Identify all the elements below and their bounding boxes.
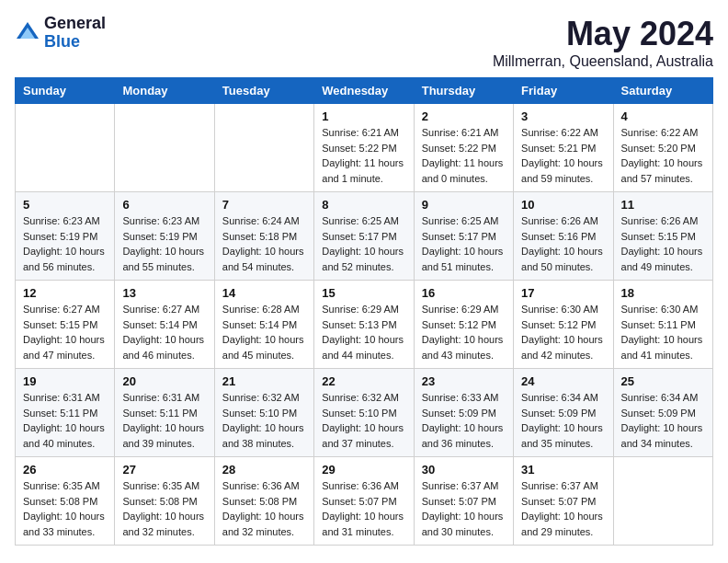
calendar-cell: 28Sunrise: 6:36 AMSunset: 5:08 PMDayligh… [214,457,313,546]
day-number: 9 [422,198,506,212]
calendar-cell: 5Sunrise: 6:23 AMSunset: 5:19 PMDaylight… [16,192,115,281]
day-number: 5 [23,198,107,212]
calendar-header-row: SundayMondayTuesdayWednesdayThursdayFrid… [16,78,713,104]
day-info: Sunrise: 6:23 AMSunset: 5:19 PMDaylight:… [23,213,107,274]
day-number: 30 [422,463,506,477]
day-info: Sunrise: 6:30 AMSunset: 5:12 PMDaylight:… [521,302,605,362]
day-number: 2 [422,109,506,123]
day-info: Sunrise: 6:25 AMSunset: 5:17 PMDaylight:… [322,213,405,274]
calendar-cell: 13Sunrise: 6:27 AMSunset: 5:14 PMDayligh… [115,281,214,369]
day-info: Sunrise: 6:36 AMSunset: 5:07 PMDaylight:… [322,478,405,539]
day-info: Sunrise: 6:37 AMSunset: 5:07 PMDaylight:… [521,478,605,539]
logo-icon [15,20,40,46]
calendar-cell: 23Sunrise: 6:33 AMSunset: 5:09 PMDayligh… [414,369,513,457]
calendar-cell: 1Sunrise: 6:21 AMSunset: 5:22 PMDaylight… [314,104,414,192]
day-info: Sunrise: 6:27 AMSunset: 5:14 PMDaylight:… [122,302,206,362]
calendar-cell [613,457,712,546]
calendar-cell: 4Sunrise: 6:22 AMSunset: 5:20 PMDaylight… [613,104,712,192]
day-info: Sunrise: 6:32 AMSunset: 5:10 PMDaylight:… [322,390,405,451]
day-number: 16 [422,286,506,300]
calendar-cell: 20Sunrise: 6:31 AMSunset: 5:11 PMDayligh… [115,369,214,457]
day-number: 12 [23,286,107,300]
calendar-cell: 21Sunrise: 6:32 AMSunset: 5:10 PMDayligh… [214,369,313,457]
day-number: 17 [521,286,605,300]
calendar-cell: 31Sunrise: 6:37 AMSunset: 5:07 PMDayligh… [514,457,613,546]
day-info: Sunrise: 6:28 AMSunset: 5:14 PMDaylight:… [222,302,306,362]
logo-text: General Blue [44,15,106,52]
header-day-sunday: Sunday [16,78,115,104]
calendar-table: SundayMondayTuesdayWednesdayThursdayFrid… [15,77,713,546]
day-info: Sunrise: 6:21 AMSunset: 5:22 PMDaylight:… [422,125,506,186]
day-info: Sunrise: 6:37 AMSunset: 5:07 PMDaylight:… [422,478,506,539]
month-title: May 2024 [493,15,713,53]
day-number: 29 [322,463,405,477]
day-number: 27 [122,463,206,477]
day-info: Sunrise: 6:29 AMSunset: 5:13 PMDaylight:… [322,302,405,362]
header-day-saturday: Saturday [613,78,712,104]
day-number: 1 [322,109,405,123]
logo-blue-text: Blue [44,33,106,52]
calendar-cell: 26Sunrise: 6:35 AMSunset: 5:08 PMDayligh… [16,457,115,546]
day-info: Sunrise: 6:30 AMSunset: 5:11 PMDaylight:… [621,302,705,362]
day-info: Sunrise: 6:31 AMSunset: 5:11 PMDaylight:… [122,390,206,451]
day-info: Sunrise: 6:35 AMSunset: 5:08 PMDaylight:… [122,478,206,539]
calendar-cell: 8Sunrise: 6:25 AMSunset: 5:17 PMDaylight… [314,192,414,281]
day-number: 20 [122,374,206,388]
logo: General Blue [15,15,106,52]
location-title: Millmerran, Queensland, Australia [493,53,713,70]
calendar-cell: 7Sunrise: 6:24 AMSunset: 5:18 PMDaylight… [214,192,313,281]
day-info: Sunrise: 6:25 AMSunset: 5:17 PMDaylight:… [422,213,506,274]
calendar-cell: 19Sunrise: 6:31 AMSunset: 5:11 PMDayligh… [16,369,115,457]
day-number: 10 [521,198,605,212]
calendar-cell: 25Sunrise: 6:34 AMSunset: 5:09 PMDayligh… [613,369,712,457]
day-number: 22 [322,374,405,388]
day-info: Sunrise: 6:35 AMSunset: 5:08 PMDaylight:… [23,478,107,539]
day-number: 31 [521,463,605,477]
calendar-cell: 27Sunrise: 6:35 AMSunset: 5:08 PMDayligh… [115,457,214,546]
day-info: Sunrise: 6:33 AMSunset: 5:09 PMDaylight:… [422,390,506,451]
calendar-cell: 22Sunrise: 6:32 AMSunset: 5:10 PMDayligh… [314,369,414,457]
header-day-monday: Monday [115,78,214,104]
day-number: 19 [23,374,107,388]
day-info: Sunrise: 6:29 AMSunset: 5:12 PMDaylight:… [422,302,506,362]
calendar-cell: 15Sunrise: 6:29 AMSunset: 5:13 PMDayligh… [314,281,414,369]
calendar-cell [214,104,313,192]
day-number: 11 [621,198,705,212]
calendar-cell: 29Sunrise: 6:36 AMSunset: 5:07 PMDayligh… [314,457,414,546]
header-day-tuesday: Tuesday [214,78,313,104]
day-info: Sunrise: 6:21 AMSunset: 5:22 PMDaylight:… [322,125,405,186]
calendar-week-row: 5Sunrise: 6:23 AMSunset: 5:19 PMDaylight… [16,192,713,281]
day-info: Sunrise: 6:31 AMSunset: 5:11 PMDaylight:… [23,390,107,451]
calendar-cell: 6Sunrise: 6:23 AMSunset: 5:19 PMDaylight… [115,192,214,281]
day-number: 4 [621,109,705,123]
title-area: May 2024 Millmerran, Queensland, Austral… [493,15,713,70]
day-number: 3 [521,109,605,123]
calendar-week-row: 1Sunrise: 6:21 AMSunset: 5:22 PMDaylight… [16,104,713,192]
day-number: 7 [222,198,306,212]
calendar-cell: 9Sunrise: 6:25 AMSunset: 5:17 PMDaylight… [414,192,513,281]
calendar-cell: 16Sunrise: 6:29 AMSunset: 5:12 PMDayligh… [414,281,513,369]
day-number: 8 [322,198,405,212]
calendar-cell: 18Sunrise: 6:30 AMSunset: 5:11 PMDayligh… [613,281,712,369]
calendar-body: 1Sunrise: 6:21 AMSunset: 5:22 PMDaylight… [16,104,713,546]
calendar-cell: 14Sunrise: 6:28 AMSunset: 5:14 PMDayligh… [214,281,313,369]
calendar-cell: 30Sunrise: 6:37 AMSunset: 5:07 PMDayligh… [414,457,513,546]
calendar-cell: 2Sunrise: 6:21 AMSunset: 5:22 PMDaylight… [414,104,513,192]
day-number: 26 [23,463,107,477]
calendar-week-row: 26Sunrise: 6:35 AMSunset: 5:08 PMDayligh… [16,457,713,546]
day-info: Sunrise: 6:27 AMSunset: 5:15 PMDaylight:… [23,302,107,362]
day-info: Sunrise: 6:34 AMSunset: 5:09 PMDaylight:… [521,390,605,451]
calendar-week-row: 12Sunrise: 6:27 AMSunset: 5:15 PMDayligh… [16,281,713,369]
calendar-cell: 17Sunrise: 6:30 AMSunset: 5:12 PMDayligh… [514,281,613,369]
day-number: 25 [621,374,705,388]
calendar-cell: 12Sunrise: 6:27 AMSunset: 5:15 PMDayligh… [16,281,115,369]
day-number: 18 [621,286,705,300]
calendar-cell [16,104,115,192]
logo-general-text: General [44,15,106,33]
day-number: 14 [222,286,306,300]
day-number: 23 [422,374,506,388]
header-day-wednesday: Wednesday [314,78,414,104]
day-info: Sunrise: 6:34 AMSunset: 5:09 PMDaylight:… [621,390,705,451]
header-day-thursday: Thursday [414,78,513,104]
day-number: 21 [222,374,306,388]
